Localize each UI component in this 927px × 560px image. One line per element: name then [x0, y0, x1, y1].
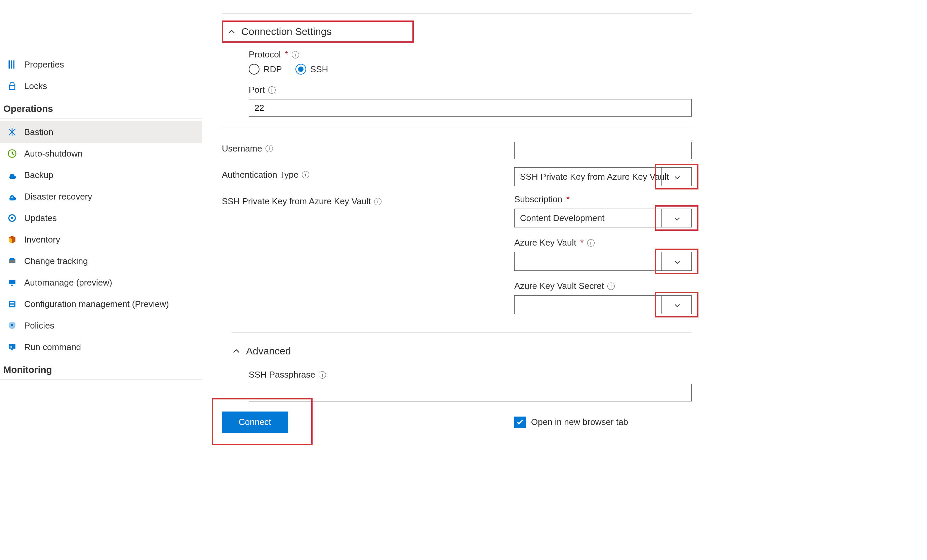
clock-icon: [7, 148, 17, 159]
menu-label: Locks: [24, 81, 47, 91]
username-label: Username: [222, 143, 262, 154]
ssh-pk-label: SSH Private Key from Azure Key Vault: [222, 196, 371, 206]
sidebar-item-policies[interactable]: Policies: [0, 315, 202, 336]
auth-type-label: Authentication Type: [222, 170, 298, 180]
menu-label: Updates: [24, 213, 57, 223]
properties-icon: [7, 59, 17, 70]
info-icon[interactable]: i: [266, 145, 273, 152]
menu-label: Bastion: [24, 127, 53, 137]
radio-label: RDP: [263, 64, 282, 74]
menu-label: Policies: [24, 320, 55, 331]
sidebar-item-change-tracking[interactable]: Change tracking: [0, 250, 202, 272]
config-mgmt-icon: [7, 299, 17, 310]
sidebar-nav[interactable]: Properties Locks Operations Bastion Auto…: [0, 0, 202, 560]
sidebar-item-run-command[interactable]: Run command: [0, 336, 202, 358]
info-icon[interactable]: i: [374, 198, 381, 205]
info-icon[interactable]: i: [587, 239, 594, 247]
run-command-icon: [7, 341, 17, 352]
chevron-up-icon: [232, 347, 241, 355]
radio-label: SSH: [310, 64, 328, 74]
menu-label: Change tracking: [24, 256, 88, 266]
disaster-recovery-icon: [7, 191, 17, 202]
policies-icon: [7, 320, 17, 331]
info-icon[interactable]: i: [302, 171, 309, 178]
svg-rect-10: [11, 349, 14, 351]
akv-secret-label: Azure Key Vault Secret: [514, 281, 604, 291]
sidebar-item-automanage[interactable]: Automanage (preview): [0, 272, 202, 293]
svg-rect-5: [9, 280, 15, 284]
chevron-down-icon: [672, 257, 681, 266]
info-icon[interactable]: i: [607, 282, 615, 290]
menu-label: Backup: [24, 170, 53, 181]
connect-button[interactable]: Connect: [222, 411, 288, 433]
info-icon[interactable]: i: [268, 87, 276, 94]
required-indicator: *: [581, 238, 584, 248]
svg-rect-6: [11, 285, 14, 286]
bastion-icon: [7, 127, 17, 137]
sidebar-item-backup[interactable]: Backup: [0, 164, 202, 186]
section-advanced-toggle[interactable]: Advanced: [232, 339, 692, 363]
menu-label: Automanage (preview): [24, 278, 112, 288]
info-icon[interactable]: i: [292, 51, 299, 58]
automanage-icon: [7, 277, 17, 288]
sidebar-section-monitoring: Monitoring: [0, 358, 202, 379]
subscription-label: Subscription: [514, 194, 562, 205]
inventory-icon: [7, 234, 17, 245]
dropdown-toggle[interactable]: [661, 209, 692, 228]
svg-rect-9: [9, 344, 15, 349]
sidebar-item-disaster-recovery[interactable]: Disaster recovery: [0, 186, 202, 207]
sidebar-section-operations: Operations: [0, 97, 202, 118]
username-input[interactable]: [514, 142, 692, 159]
dropdown-toggle[interactable]: [661, 252, 692, 271]
svg-point-8: [11, 324, 14, 326]
info-icon[interactable]: i: [319, 371, 326, 379]
menu-label: Inventory: [24, 234, 60, 245]
sidebar-item-properties[interactable]: Properties: [0, 54, 202, 75]
lock-icon: [7, 80, 17, 91]
required-indicator: *: [566, 194, 570, 205]
section-title: Connection Settings: [241, 26, 332, 37]
menu-label: Disaster recovery: [24, 191, 92, 202]
main-content: Connection Settings Protocol * i RDP SSH: [202, 0, 927, 560]
select-value: Content Development: [520, 213, 604, 223]
ssh-passphrase-label: SSH Passphrase: [249, 370, 315, 380]
radio-icon: [249, 64, 260, 74]
chevron-down-icon: [672, 214, 681, 222]
port-input[interactable]: [249, 99, 692, 117]
protocol-label: Protocol: [249, 49, 281, 60]
checkbox-icon: [514, 417, 526, 428]
checkbox-label: Open in new browser tab: [531, 417, 628, 427]
menu-label: Auto-shutdown: [24, 149, 82, 159]
open-new-tab-checkbox[interactable]: Open in new browser tab: [514, 417, 692, 428]
akv-label: Azure Key Vault: [514, 238, 576, 248]
protocol-radio-rdp[interactable]: RDP: [249, 64, 282, 74]
backup-icon: [7, 170, 17, 181]
sidebar-item-updates[interactable]: Updates: [0, 207, 202, 229]
svg-point-2: [11, 217, 14, 219]
menu-label: Configuration management (Preview): [24, 299, 169, 310]
section-connection-settings-toggle[interactable]: Connection Settings: [222, 20, 414, 42]
radio-icon: [295, 64, 306, 74]
sidebar-item-inventory[interactable]: Inventory: [0, 229, 202, 250]
protocol-radio-ssh[interactable]: SSH: [295, 64, 328, 74]
chevron-down-icon: [672, 172, 681, 181]
sidebar-item-config-mgmt[interactable]: Configuration management (Preview): [0, 293, 202, 315]
port-label: Port: [249, 85, 265, 95]
chevron-down-icon: [672, 300, 681, 309]
menu-label: Run command: [24, 342, 81, 352]
sidebar-item-bastion[interactable]: Bastion: [0, 121, 202, 143]
svg-rect-4: [10, 258, 14, 260]
ssh-passphrase-input[interactable]: [249, 384, 692, 401]
change-tracking-icon: [7, 256, 17, 266]
menu-label: Properties: [24, 59, 64, 70]
dropdown-toggle[interactable]: [661, 295, 692, 314]
sidebar-item-locks[interactable]: Locks: [0, 75, 202, 97]
required-indicator: *: [285, 49, 288, 60]
updates-icon: [7, 212, 17, 223]
select-value: SSH Private Key from Azure Key Vault: [520, 171, 669, 182]
chevron-up-icon: [227, 27, 236, 36]
sidebar-item-auto-shutdown[interactable]: Auto-shutdown: [0, 143, 202, 164]
dropdown-toggle[interactable]: [661, 167, 692, 186]
section-title: Advanced: [246, 345, 291, 357]
